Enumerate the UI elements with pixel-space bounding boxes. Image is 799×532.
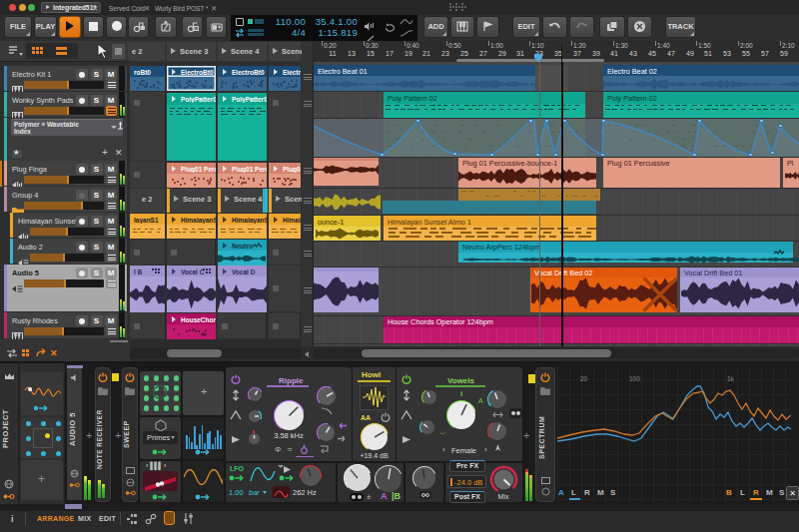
svg-text:w: w — [193, 26, 198, 31]
